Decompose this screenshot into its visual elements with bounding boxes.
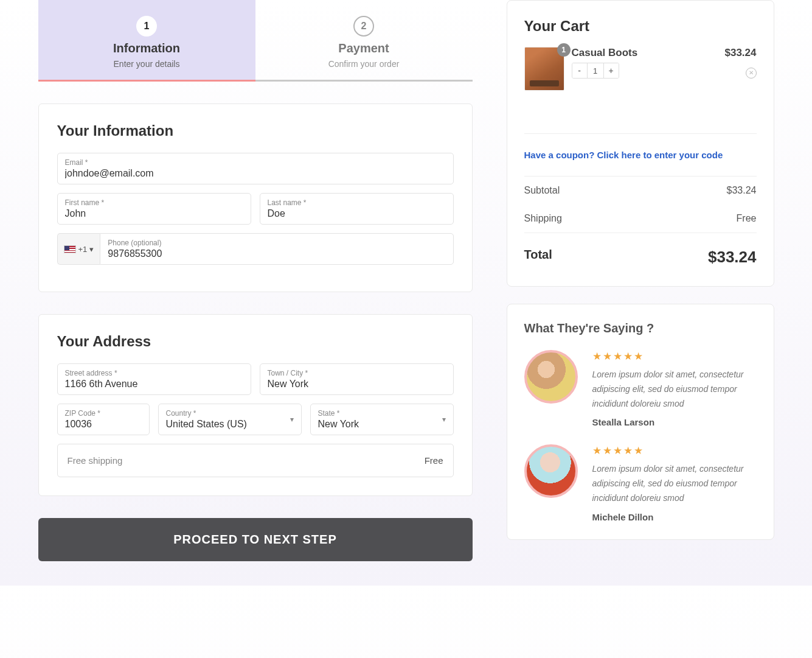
us-flag-icon — [64, 245, 76, 253]
qty-increase-button[interactable]: + — [604, 63, 619, 78]
testimonial-item: ★★★★★ Lorem ipsum dolor sit amet, consec… — [524, 444, 757, 522]
total-label: Total — [524, 248, 552, 267]
cart-card: Your Cart 1 Casual Boots - 1 + $33.24 ✕ — [507, 0, 774, 287]
cart-heading: Your Cart — [524, 18, 757, 35]
total-value: $33.24 — [708, 248, 757, 267]
street-wrap: Street address * — [57, 363, 251, 395]
step-information[interactable]: 1 Information Enter your details — [38, 0, 255, 82]
city-field[interactable] — [268, 379, 446, 390]
zip-wrap: ZIP Code * — [57, 404, 150, 435]
quantity-stepper: - 1 + — [572, 63, 619, 79]
coupon-link[interactable]: Have a coupon? Click here to enter your … — [524, 134, 757, 176]
last-name-wrap: Last name * — [260, 193, 454, 225]
total-row: Total $33.24 — [524, 233, 757, 269]
star-rating-icon: ★★★★★ — [592, 350, 757, 363]
qty-value: 1 — [587, 63, 604, 78]
last-name-label: Last name * — [268, 198, 446, 207]
cart-item: 1 Casual Boots - 1 + $33.24 ✕ — [524, 47, 757, 133]
testimonials-heading: What They're Saying ? — [524, 321, 757, 335]
testimonial-text: Lorem ipsum dolor sit amet, consectetur … — [592, 462, 757, 505]
last-name-field[interactable] — [268, 208, 446, 219]
country-select[interactable]: United States (US) — [166, 419, 294, 429]
city-label: Town / City * — [268, 369, 446, 377]
subtotal-row: Subtotal $33.24 — [524, 177, 757, 205]
product-name: Casual Boots — [572, 47, 718, 59]
testimonial-author: Michele Dillon — [592, 512, 757, 522]
email-field[interactable] — [65, 168, 446, 179]
subtotal-value: $33.24 — [727, 185, 757, 196]
state-wrap: State * New York — [310, 404, 454, 435]
star-rating-icon: ★★★★★ — [592, 444, 757, 457]
first-name-field[interactable] — [65, 208, 243, 219]
zip-label: ZIP Code * — [65, 409, 142, 418]
street-label: Street address * — [65, 369, 243, 377]
country-wrap: Country * United States (US) — [158, 404, 302, 435]
close-icon: ✕ — [749, 70, 754, 76]
step-number: 1 — [136, 16, 157, 37]
shipping-method-cost: Free — [425, 455, 443, 466]
street-field[interactable] — [65, 379, 243, 390]
address-heading: Your Address — [57, 333, 454, 350]
proceed-button[interactable]: PROCEED TO NEXT STEP — [38, 518, 473, 561]
information-card: Your Information Email * First name * La… — [38, 103, 473, 292]
remove-item-button[interactable]: ✕ — [746, 68, 757, 79]
address-card: Your Address Street address * Town / Cit… — [38, 314, 473, 496]
email-label: Email * — [65, 158, 446, 167]
shipping-row: Shipping Free — [524, 205, 757, 233]
quantity-badge: 1 — [557, 43, 571, 57]
shipping-value: Free — [737, 213, 757, 224]
phone-label: Phone (optional) — [108, 239, 445, 247]
qty-decrease-button[interactable]: - — [572, 63, 587, 78]
dial-code-selector[interactable]: +1 ▾ — [57, 233, 100, 265]
product-price: $33.24 — [725, 47, 757, 59]
testimonials-card: What They're Saying ? ★★★★★ Lorem ipsum … — [507, 304, 774, 540]
shipping-method-row: Free shipping Free — [57, 444, 454, 477]
phone-wrap: Phone (optional) — [100, 233, 453, 265]
phone-field[interactable] — [108, 248, 445, 259]
step-subtitle: Enter your details — [44, 59, 249, 69]
checkout-stepper: 1 Information Enter your details 2 Payme… — [38, 0, 473, 82]
state-select[interactable]: New York — [318, 419, 446, 429]
step-payment[interactable]: 2 Payment Confirm your order — [255, 0, 473, 82]
state-label: State * — [318, 409, 446, 418]
shipping-label: Shipping — [524, 213, 562, 224]
avatar — [524, 350, 578, 404]
testimonial-text: Lorem ipsum dolor sit amet, consectetur … — [592, 368, 757, 411]
chevron-down-icon: ▾ — [89, 245, 94, 254]
information-heading: Your Information — [57, 122, 454, 139]
step-subtitle: Confirm your order — [262, 59, 467, 69]
testimonial-item: ★★★★★ Lorem ipsum dolor sit amet, consec… — [524, 350, 757, 427]
step-title: Information — [44, 41, 249, 55]
subtotal-label: Subtotal — [524, 185, 560, 196]
step-number: 2 — [353, 16, 374, 37]
first-name-wrap: First name * — [57, 193, 251, 225]
dial-code: +1 — [78, 245, 88, 254]
testimonial-author: Stealla Larson — [592, 417, 757, 427]
country-label: Country * — [166, 409, 294, 418]
first-name-label: First name * — [65, 198, 243, 207]
avatar — [524, 444, 578, 498]
city-wrap: Town / City * — [260, 363, 454, 395]
step-title: Payment — [262, 41, 467, 55]
zip-field[interactable] — [65, 419, 142, 430]
shipping-method-label: Free shipping — [68, 455, 123, 466]
email-field-wrap: Email * — [57, 153, 454, 184]
